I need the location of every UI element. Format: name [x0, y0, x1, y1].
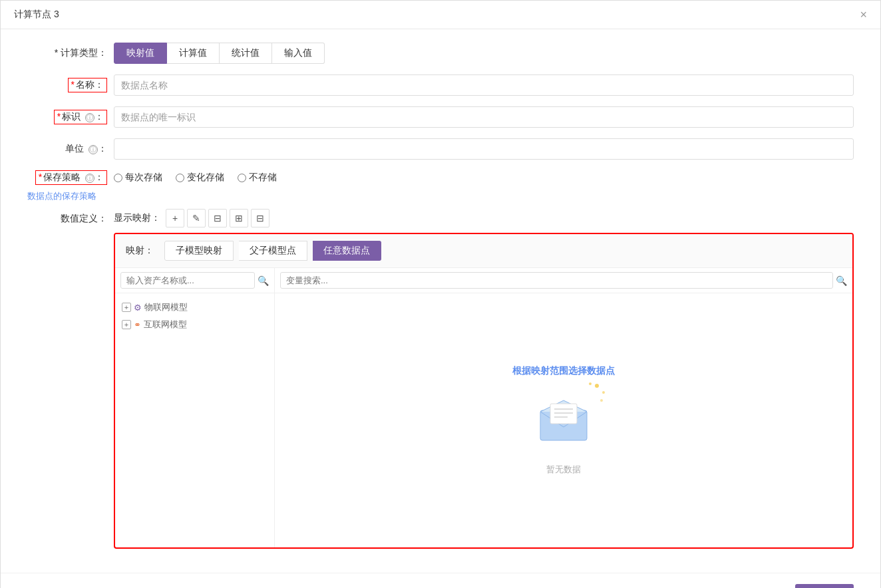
tab-sub-model-mapping[interactable]: 子模型映射 — [164, 241, 234, 261]
svg-point-3 — [600, 399, 603, 402]
tree-expand-net[interactable]: + — [122, 320, 131, 329]
value-definition-row: 数值定义： 显示映射： + ✎ ⊟ ⊞ ⊟ 映射： 子模型映射 — [27, 209, 854, 549]
save-strategy-row: *保存策略 ⓘ： 每次存储 变化存储 不存储 — [27, 170, 854, 185]
dialog-body: * 计算类型： 映射值 计算值 统计值 输入值 *名称： *标识 — [1, 29, 880, 573]
name-required-star: * — [71, 79, 75, 90]
mapping-right-panel: 🔍 根据映射范围选择数据点 — [275, 268, 852, 547]
right-search-icon[interactable]: 🔍 — [836, 275, 847, 286]
save-every-radio[interactable] — [114, 174, 122, 182]
unit-label: 单位 ⓘ： — [27, 143, 114, 155]
confirm-button[interactable]: 确 定 — [795, 584, 854, 588]
net-label: 互联网模型 — [144, 319, 187, 331]
calc-type-tabs: 映射值 计算值 统计值 输入值 — [114, 43, 325, 64]
id-input[interactable] — [114, 106, 854, 128]
svg-point-0 — [595, 384, 599, 388]
svg-point-2 — [589, 382, 592, 385]
left-search-input[interactable] — [120, 272, 255, 289]
mapping-label: 映射： — [126, 245, 154, 257]
save-none-label: 不存储 — [249, 172, 277, 184]
save-info-icon[interactable]: ⓘ — [85, 174, 94, 183]
value-def-label: 数值定义： — [27, 209, 114, 225]
tree-expand-iot[interactable]: + — [122, 303, 131, 312]
tree-item-net[interactable]: + ⚭ 互联网模型 — [120, 316, 269, 333]
id-required-star: * — [57, 111, 61, 122]
id-info-icon[interactable]: ⓘ — [85, 113, 94, 122]
unit-info-icon[interactable]: ⓘ — [88, 145, 98, 154]
mapping-empty-state: 根据映射范围选择数据点 — [275, 293, 852, 547]
collapse-mapping-btn[interactable]: ⊟ — [251, 209, 269, 227]
save-none-radio[interactable] — [238, 174, 246, 182]
expand-mapping-btn[interactable]: ⊞ — [230, 209, 248, 227]
value-def-content: 显示映射： + ✎ ⊟ ⊞ ⊟ 映射： 子模型映射 父子模型点 任意数据点 — [114, 209, 854, 549]
display-mapping-row: 显示映射： + ✎ ⊟ ⊞ ⊟ — [114, 209, 854, 227]
right-search-row: 🔍 — [275, 268, 852, 293]
mapping-tabs-row: 映射： 子模型映射 父子模型点 任意数据点 — [115, 234, 852, 268]
svg-point-1 — [602, 391, 605, 394]
id-label-text: *标识 ⓘ： — [54, 110, 107, 124]
calc-type-label-text: * 计算类型： — [55, 47, 107, 58]
id-label: *标识 ⓘ： — [27, 110, 114, 124]
empty-image — [527, 384, 600, 457]
save-every-label: 每次存储 — [125, 172, 162, 184]
save-none-option[interactable]: 不存储 — [238, 172, 277, 184]
name-row: *名称： — [27, 74, 854, 96]
calc-type-row: * 计算类型： 映射值 计算值 统计值 输入值 — [27, 43, 854, 64]
save-strategy-label: *保存策略 ⓘ： — [27, 170, 114, 185]
tree-item-iot[interactable]: + ⚙ 物联网模型 — [120, 299, 269, 316]
tab-any-data-point[interactable]: 任意数据点 — [313, 241, 381, 261]
left-search-icon[interactable]: 🔍 — [258, 275, 269, 286]
net-icon: ⚭ — [134, 320, 141, 330]
iot-icon: ⚙ — [134, 303, 142, 313]
dialog-header: 计算节点 3 × — [1, 1, 880, 29]
id-row: *标识 ⓘ： — [27, 106, 854, 128]
dialog-footer: 确 定 — [1, 573, 880, 588]
tree-area: + ⚙ 物联网模型 + ⚭ 互联网模型 — [115, 293, 274, 547]
left-search-row: 🔍 — [115, 268, 274, 293]
name-label-text: *名称： — [68, 78, 107, 92]
save-required-star: * — [39, 172, 42, 182]
save-strategy-options: 每次存储 变化存储 不存储 — [114, 172, 277, 184]
save-strategy-help: 数据点的保存策略 — [27, 191, 96, 201]
tab-input-value[interactable]: 输入值 — [272, 43, 325, 64]
unit-input[interactable] — [114, 138, 854, 160]
delete-mapping-btn[interactable]: ⊟ — [208, 209, 227, 227]
dialog: 计算节点 3 × * 计算类型： 映射值 计算值 统计值 输入值 *名称： — [0, 0, 881, 588]
tab-mapping-value[interactable]: 映射值 — [114, 43, 167, 64]
empty-hint: 根据映射范围选择数据点 — [512, 365, 615, 377]
stars-decoration — [574, 380, 607, 414]
add-mapping-btn[interactable]: + — [166, 209, 184, 227]
mapping-left-panel: 🔍 + ⚙ 物联网模型 + ⚭ — [115, 268, 275, 547]
unit-row: 单位 ⓘ： — [27, 138, 854, 160]
name-label: *名称： — [27, 78, 114, 92]
display-mapping-label: 显示映射： — [114, 212, 160, 224]
tab-calc-value[interactable]: 计算值 — [167, 43, 220, 64]
tab-stat-value[interactable]: 统计值 — [220, 43, 272, 64]
empty-text: 暂无数据 — [546, 464, 581, 476]
mapping-body: 🔍 + ⚙ 物联网模型 + ⚭ — [115, 268, 852, 547]
close-button[interactable]: × — [860, 9, 867, 21]
mapping-panel: 映射： 子模型映射 父子模型点 任意数据点 🔍 — [114, 233, 854, 549]
name-input[interactable] — [114, 74, 854, 96]
save-change-option[interactable]: 变化存储 — [176, 172, 224, 184]
save-every-option[interactable]: 每次存储 — [114, 172, 162, 184]
iot-label: 物联网模型 — [144, 301, 188, 313]
save-change-label: 变化存储 — [187, 172, 224, 184]
calc-type-label: * 计算类型： — [27, 47, 114, 59]
right-search-input[interactable] — [280, 272, 833, 289]
save-change-radio[interactable] — [176, 174, 184, 182]
dialog-title: 计算节点 3 — [14, 9, 59, 21]
edit-mapping-btn[interactable]: ✎ — [187, 209, 206, 227]
tab-parent-child-model[interactable]: 父子模型点 — [239, 241, 307, 261]
save-strategy-label-text: *保存策略 ⓘ： — [35, 170, 107, 185]
